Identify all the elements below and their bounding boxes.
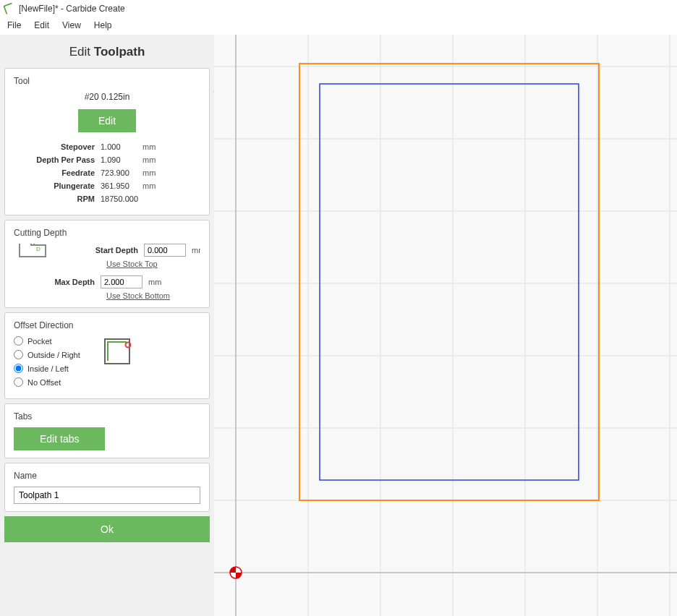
tabs-panel: Tabs Edit tabs	[4, 403, 210, 458]
use-stock-top-link[interactable]: Use Stock Top	[106, 260, 200, 268]
menubar: File Edit View Help	[0, 17, 677, 35]
stock-outline	[299, 64, 599, 500]
param-value: 723.900	[101, 168, 142, 177]
menu-file[interactable]: File	[7, 20, 21, 32]
toolpath-name-input[interactable]	[14, 487, 200, 504]
tabs-section-label: Tabs	[14, 411, 200, 422]
param-value: 1.000	[101, 142, 142, 151]
start-depth-unit: mm	[192, 246, 200, 254]
app-icon	[3, 2, 16, 15]
origin-marker	[230, 567, 242, 578]
tool-section-label: Tool	[14, 76, 200, 86]
tool-param-row: Stepover1.000mm	[14, 142, 200, 151]
param-value: 18750.000	[101, 194, 142, 203]
offset-outside-radio[interactable]: Outside / Right	[14, 350, 93, 359]
param-value: 1.090	[101, 155, 142, 164]
page-title: Edit Toolpath	[4, 45, 210, 59]
svg-text:D: D	[36, 246, 41, 252]
offset-none-radio[interactable]: No Offset	[14, 377, 93, 387]
depth-section-label: Cutting Depth	[14, 228, 200, 238]
menu-help[interactable]: Help	[94, 20, 112, 32]
ok-button[interactable]: Ok	[4, 516, 210, 542]
name-panel: Name	[4, 463, 210, 512]
tool-param-row: Depth Per Pass1.090mm	[14, 155, 200, 164]
sidebar: ︿ Edit Toolpath Tool #20 0.125in Edit St…	[0, 35, 214, 616]
max-depth-unit: mm	[148, 278, 161, 286]
max-depth-label: Max Depth	[14, 278, 101, 286]
param-unit: mm	[142, 142, 164, 151]
use-stock-bottom-link[interactable]: Use Stock Bottom	[106, 291, 200, 300]
param-label: Depth Per Pass	[14, 155, 101, 164]
param-label: RPM	[14, 194, 101, 203]
tool-name: #20 0.125in	[14, 92, 200, 102]
param-value: 361.950	[101, 181, 142, 190]
max-depth-input[interactable]	[101, 275, 142, 288]
window-title: [NewFile]* - Carbide Create	[19, 4, 125, 14]
titlebar: [NewFile]* - Carbide Create	[0, 0, 677, 17]
tool-panel: Tool #20 0.125in Edit Stepover1.000mmDep…	[4, 68, 210, 215]
tool-param-row: Plungerate361.950mm	[14, 181, 200, 190]
offset-preview-icon	[102, 336, 132, 367]
start-depth-input[interactable]	[144, 244, 186, 257]
param-label: Plungerate	[14, 181, 101, 190]
name-section-label: Name	[14, 471, 200, 481]
tool-param-row: RPM18750.000	[14, 194, 200, 203]
start-depth-label: Start Depth	[57, 246, 144, 254]
param-unit: mm	[142, 181, 164, 190]
depth-diagram-icon: S D	[17, 244, 51, 260]
menu-view[interactable]: View	[62, 20, 81, 32]
tool-params-table: Stepover1.000mmDepth Per Pass1.090mmFeed…	[14, 142, 200, 203]
toolpath-outline	[320, 84, 579, 480]
edit-tool-button[interactable]: Edit	[78, 109, 136, 132]
tool-param-row: Feedrate723.900mm	[14, 168, 200, 177]
param-unit: mm	[142, 155, 164, 164]
param-label: Stepover	[14, 142, 101, 151]
offset-pocket-radio[interactable]: Pocket	[14, 336, 93, 346]
param-unit: mm	[142, 168, 164, 177]
edit-tabs-button[interactable]: Edit tabs	[14, 427, 105, 450]
canvas[interactable]	[214, 35, 677, 616]
menu-edit[interactable]: Edit	[34, 20, 49, 32]
cutting-depth-panel: Cutting Depth S D Start Depth mm Use Sto…	[4, 220, 210, 308]
offset-panel: Offset Direction Pocket Outside / Right …	[4, 312, 210, 399]
param-label: Feedrate	[14, 168, 101, 177]
offset-section-label: Offset Direction	[14, 320, 200, 330]
offset-inside-radio[interactable]: Inside / Left	[14, 364, 93, 373]
